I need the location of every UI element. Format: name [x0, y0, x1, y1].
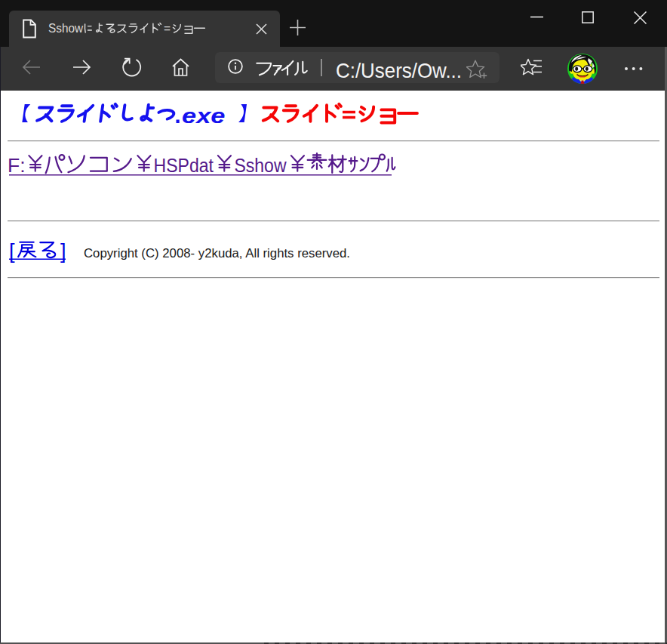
svg-text:Sshow: Sshow: [235, 154, 287, 177]
svg-text:C:/Users/Ow...: C:/Users/Ow...: [336, 59, 462, 82]
svg-text:Copyright (C) 2008- y2kuda, Al: Copyright (C) 2008- y2kuda, All rights r…: [84, 246, 350, 260]
svg-text:HSPdat: HSPdat: [154, 154, 214, 177]
svg-text:F:: F:: [8, 154, 26, 177]
svg-text:exe: exe: [182, 105, 226, 128]
svg-text:Sshow: Sshow: [48, 21, 84, 35]
svg-text:=: =: [164, 22, 171, 35]
